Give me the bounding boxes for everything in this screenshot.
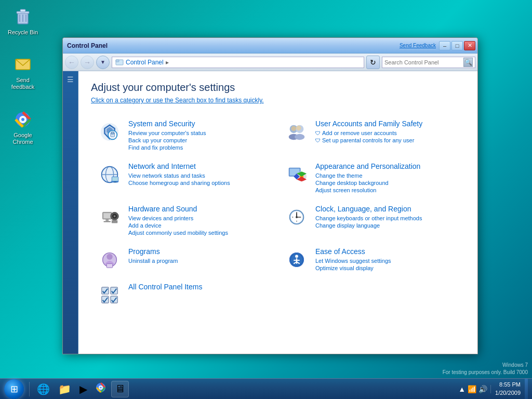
svg-rect-2 (20, 9, 25, 12)
svg-point-69 (100, 387, 102, 389)
network-content: Network and Internet View network status… (128, 162, 272, 187)
user-accounts-icon (284, 119, 309, 144)
svg-point-55 (107, 254, 112, 260)
user-accounts-title[interactable]: User Accounts and Family Safety (315, 119, 459, 128)
forward-button[interactable]: → (81, 56, 94, 69)
clock-title[interactable]: Clock, Language, and Region (315, 205, 459, 213)
system-security-link-0[interactable]: Review your computer's status (128, 130, 272, 136)
taskbar-cp-button[interactable]: 🖥 (111, 381, 129, 397)
taskbar-ie-button[interactable]: 🌐 (34, 381, 53, 397)
category-programs[interactable]: Programs Uninstall a program (91, 242, 278, 277)
svg-rect-56 (107, 264, 112, 268)
programs-link-0[interactable]: Uninstall a program (128, 258, 272, 264)
user-accounts-link-0[interactable]: Add or remove user accounts (315, 130, 459, 136)
sidebar-icon-1[interactable]: ☰ (65, 75, 76, 86)
tray-icons: ▲ 📶 🔊 (455, 385, 491, 393)
all-items-content: All Control Panel Items (128, 283, 272, 293)
user-accounts-link-1[interactable]: Set up parental controls for any user (315, 137, 459, 143)
svg-point-53 (292, 217, 293, 218)
page-title: Adjust your computer's settings (91, 82, 465, 94)
send-feedback-link[interactable]: Send Feedback (400, 43, 436, 48)
ease-of-access-icon (284, 247, 309, 272)
taskbar-chrome-button[interactable] (92, 381, 109, 397)
category-hardware-sound[interactable]: Hardware and Sound View devices and prin… (91, 200, 278, 242)
programs-content: Programs Uninstall a program (128, 247, 272, 265)
hardware-link-0[interactable]: View devices and printers (128, 215, 272, 221)
appearance-link-0[interactable]: Change the theme (315, 172, 459, 179)
taskbar-explorer-button[interactable]: 📁 (55, 381, 74, 397)
tray-arrow-icon[interactable]: ▲ (458, 385, 466, 393)
all-items-title[interactable]: All Control Panel Items (128, 283, 272, 291)
svg-rect-61 (102, 287, 109, 294)
send-feedback-desktop-icon[interactable]: Send feedback (4, 52, 42, 92)
svg-point-52 (296, 221, 297, 222)
ease-of-access-title[interactable]: Ease of Access (315, 247, 459, 256)
appearance-link-2[interactable]: Adjust screen resolution (315, 187, 459, 193)
hardware-sound-icon (97, 205, 122, 230)
category-ease-of-access[interactable]: Ease of Access Let Windows suggest setti… (278, 242, 465, 277)
tray-network-icon[interactable]: 📶 (468, 385, 476, 393)
system-security-link-2[interactable]: Find and fix problems (128, 144, 272, 151)
start-button[interactable] (0, 379, 28, 400)
svg-rect-40 (104, 221, 111, 222)
clock-area[interactable]: 8:55 PM 1/20/2009 (493, 381, 523, 397)
send-feedback-label: Send feedback (6, 77, 39, 90)
ease-of-access-link-0[interactable]: Let Windows suggest settings (315, 258, 459, 264)
svg-rect-32 (112, 177, 118, 181)
maximize-button[interactable]: □ (451, 41, 463, 50)
close-button[interactable]: ✕ (464, 41, 475, 50)
system-security-link-1[interactable]: Back up your computer (128, 137, 272, 143)
path-segment-control-panel[interactable]: Control Panel (126, 59, 164, 66)
category-appearance[interactable]: Appearance and Personalization Change th… (278, 157, 465, 200)
tray-volume-icon[interactable]: 🔊 (478, 385, 487, 393)
system-security-icon (97, 119, 122, 144)
network-link-1[interactable]: Choose homegroup and sharing options (128, 180, 272, 186)
window-title: Control Panel (67, 42, 108, 49)
recycle-bin-icon[interactable]: Recycle Bin (4, 4, 42, 38)
minimize-button[interactable]: – (439, 41, 450, 50)
recent-pages-button[interactable]: ▼ (96, 56, 110, 69)
category-system-security[interactable]: System and Security Review your computer… (91, 114, 278, 157)
appearance-title[interactable]: Appearance and Personalization (315, 162, 459, 170)
clock-link-1[interactable]: Change display language (315, 222, 459, 229)
explorer-icon: 📁 (58, 383, 71, 395)
hardware-title[interactable]: Hardware and Sound (128, 205, 272, 213)
svg-point-43 (114, 215, 116, 217)
appearance-link-1[interactable]: Change desktop background (315, 180, 459, 186)
back-button[interactable]: ← (65, 56, 78, 69)
show-desktop-button[interactable] (525, 379, 528, 400)
google-chrome-label: Google Chrome (6, 132, 39, 145)
category-all-items[interactable]: All Control Panel Items (91, 277, 278, 313)
svg-point-50 (296, 212, 297, 214)
category-user-accounts[interactable]: User Accounts and Family Safety Add or r… (278, 114, 465, 157)
clock-link-0[interactable]: Change keyboards or other input methods (315, 215, 459, 221)
programs-icon (97, 247, 122, 272)
clock-time: 8:55 PM (495, 381, 521, 389)
svg-point-11 (21, 118, 24, 121)
ie-icon: 🌐 (37, 383, 50, 395)
recycle-bin-image (12, 6, 33, 27)
svg-rect-38 (104, 213, 111, 218)
search-input[interactable] (384, 59, 463, 65)
taskbar-media-button[interactable]: ▶ (76, 381, 90, 397)
ease-of-access-link-1[interactable]: Optimize visual display (315, 265, 459, 271)
clock-content: Clock, Language, and Region Change keybo… (315, 205, 459, 230)
google-chrome-desktop-icon[interactable]: Google Chrome (4, 107, 42, 148)
system-security-title[interactable]: System and Security (128, 119, 272, 128)
search-button[interactable]: 🔍 (463, 58, 473, 67)
hardware-link-2[interactable]: Adjust commonly used mobility settings (128, 230, 272, 236)
clock-language-icon (284, 205, 309, 230)
category-clock-language[interactable]: Clock, Language, and Region Change keybo… (278, 200, 465, 242)
network-title[interactable]: Network and Internet (128, 162, 272, 170)
svg-point-25 (291, 126, 297, 131)
category-network-internet[interactable]: Network and Internet View network status… (91, 157, 278, 200)
all-items-icon (97, 283, 122, 308)
refresh-button[interactable]: ↻ (366, 56, 380, 69)
address-path[interactable]: Control Panel ▸ (112, 57, 364, 68)
subtitle-click[interactable]: Click (91, 97, 104, 104)
control-panel-window: Control Panel Send Feedback – □ ✕ ← → ▼ … (62, 37, 478, 354)
os-info: Windows 7 For testing purposes only. Bui… (443, 362, 528, 376)
programs-title[interactable]: Programs (128, 247, 272, 256)
hardware-link-1[interactable]: Add a device (128, 222, 272, 229)
network-link-0[interactable]: View network status and tasks (128, 172, 272, 179)
